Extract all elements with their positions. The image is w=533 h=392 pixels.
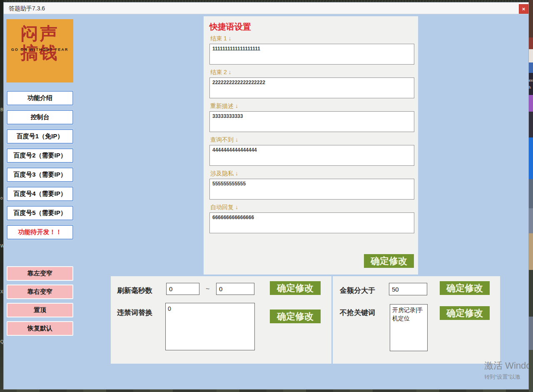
desktop-edge-right: ex h — [529, 0, 533, 392]
desktop-fragment: X — [0, 290, 3, 294]
keywords-confirm-button[interactable]: 确定修改 — [440, 306, 490, 320]
desktop-edge-bottom — [0, 389, 533, 392]
close-button[interactable]: × — [519, 4, 528, 14]
grab-settings-panel: 金额分大于 确定修改 不抢关键词 开房记录|手机定位 确定修改 — [333, 276, 500, 364]
end2-textarea[interactable]: 2222222222222222222 — [209, 77, 414, 98]
sidebar-item-pending-feature[interactable]: 功能待开发！！ — [7, 225, 73, 240]
sidebar-item-feature-intro[interactable]: 功能介绍 — [7, 91, 73, 105]
field-label-privacy: 涉及隐私 ↓ — [210, 170, 415, 177]
field-label-redescribe: 重新描述 ↓ — [210, 102, 415, 110]
amount-threshold-input[interactable] — [389, 283, 427, 295]
sidebar-item-baidu-1[interactable]: 百度号1（免IP） — [7, 129, 73, 144]
sidebar-item-baidu-5[interactable]: 百度号5（需要IP） — [7, 206, 73, 220]
window-title: 答题助手7.3.6 — [9, 5, 45, 12]
narrow-right-button[interactable]: 靠右变窄 — [7, 285, 73, 299]
end1-textarea[interactable]: 1111111111111111111 — [209, 44, 414, 65]
tilde-separator: ~ — [206, 285, 209, 293]
not-found-textarea[interactable]: 4444444444444444 — [209, 145, 414, 166]
app-window: 答题助手7.3.6 × 闷声 搞钱 GO ON WITHOUT FEAR 功能介… — [3, 2, 529, 390]
redescribe-textarea[interactable]: 33333333333 — [209, 111, 414, 132]
logo-text-line1: 闷声 — [6, 24, 73, 43]
narrow-left-button[interactable]: 靠左变窄 — [7, 266, 73, 281]
desktop-fragment: o — [0, 196, 3, 200]
quick-phrases-confirm-button[interactable]: 确定修改 — [364, 254, 414, 268]
close-icon: × — [522, 6, 526, 12]
logo-subtitle: GO ON WITHOUT FEAR — [6, 47, 73, 52]
refresh-ms-label: 刷新毫秒数 — [117, 286, 152, 295]
auto-reply-textarea[interactable]: 666666666666666 — [209, 212, 414, 233]
app-logo: 闷声 搞钱 GO ON WITHOUT FEAR — [6, 19, 73, 82]
skip-keywords-label: 不抢关键词 — [340, 308, 375, 317]
title-bar: 答题助手7.3.6 × — [4, 2, 528, 14]
desktop-fragment: B — [0, 107, 3, 112]
refresh-min-input[interactable] — [166, 283, 199, 295]
amount-threshold-label: 金额分大于 — [340, 286, 375, 295]
desktop-background: B o W X Q ex h 答题助手7.3.6 × 闷声 搞钱 GO ON W… — [0, 0, 533, 392]
amount-confirm-button[interactable]: 确定修改 — [440, 281, 490, 295]
banned-words-textarea[interactable]: 0 — [165, 303, 255, 350]
sidebar-item-baidu-3[interactable]: 百度号3（需要IP） — [7, 167, 73, 182]
field-label-end1: 结束 1 ↓ — [210, 35, 415, 42]
sidebar-item-baidu-4[interactable]: 百度号4（需要IP） — [7, 187, 73, 201]
banned-words-label: 违禁词替换 — [117, 308, 152, 317]
panel-title: 快捷语设置 — [209, 21, 415, 32]
banned-words-confirm-button[interactable]: 确定修改 — [270, 310, 321, 323]
restore-default-button[interactable]: 恢复默认 — [7, 321, 73, 336]
desktop-fragment: ex — [529, 78, 533, 82]
refresh-confirm-button[interactable]: 确定修改 — [270, 281, 321, 295]
refresh-settings-panel: 刷新毫秒数 ~ 确定修改 违禁词替换 0 确定修改 — [111, 276, 331, 364]
skip-keywords-textarea[interactable]: 开房记录|手机定位 — [390, 304, 428, 351]
desktop-fragment: h — [529, 85, 531, 90]
sidebar-item-console[interactable]: 控制台 — [7, 110, 73, 125]
sidebar-item-baidu-2[interactable]: 百度号2（需要IP） — [7, 148, 73, 163]
quick-phrases-panel: 快捷语设置 结束 1 ↓ 1111111111111111111 结束 2 ↓ … — [204, 16, 418, 275]
privacy-textarea[interactable]: 555555555555 — [209, 179, 414, 200]
field-label-auto-reply: 自动回复 ↓ — [210, 204, 415, 211]
logo-text-line2: 搞钱 — [6, 43, 73, 62]
refresh-max-input[interactable] — [216, 283, 254, 295]
field-label-not-found: 查询不到 ↓ — [210, 136, 415, 144]
field-label-end2: 结束 2 ↓ — [210, 69, 415, 76]
pin-top-button[interactable]: 置顶 — [7, 303, 73, 317]
